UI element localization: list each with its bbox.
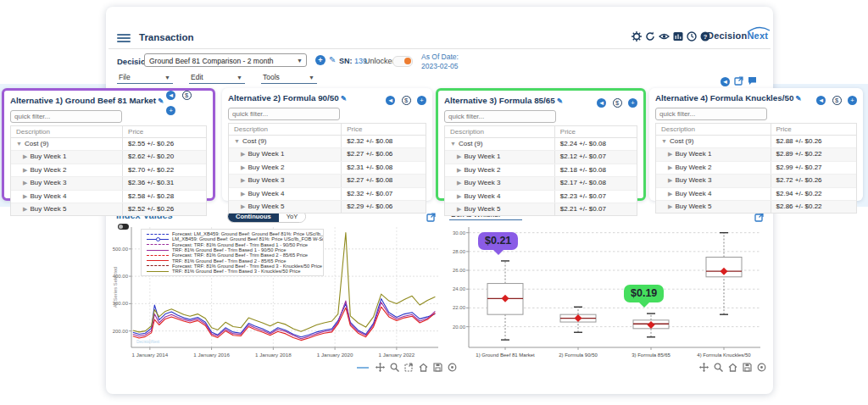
- dollar-icon[interactable]: $: [832, 96, 842, 105]
- chevron-collapsed-icon[interactable]: ▶: [668, 188, 672, 200]
- table-row[interactable]: ▶Buy Week 3$2.36 +/- $0.31: [11, 177, 206, 190]
- edit-icon[interactable]: ✎: [158, 97, 164, 105]
- report-icon[interactable]: [673, 31, 683, 42]
- chevron-collapsed-icon[interactable]: ▶: [23, 191, 27, 202]
- chevron-collapsed-icon[interactable]: ▶: [668, 148, 672, 160]
- chevron-expanded-icon[interactable]: ▼: [16, 138, 22, 150]
- chevron-collapsed-icon[interactable]: ▶: [241, 201, 245, 213]
- decision-select[interactable]: Ground Beef 81 Comparison - 2 month▼: [144, 53, 307, 67]
- table-row[interactable]: ▼Cost (9)$2.88 +/- $0.26: [656, 136, 856, 148]
- save-icon[interactable]: [743, 363, 752, 372]
- zoom-icon[interactable]: [714, 363, 723, 372]
- dollar-icon[interactable]: $: [402, 96, 411, 105]
- zoom-icon[interactable]: [390, 363, 399, 372]
- quick-filter-input[interactable]: [655, 108, 767, 120]
- chevron-expanded-icon[interactable]: ▼: [661, 136, 667, 147]
- chevron-collapsed-icon[interactable]: ▶: [23, 164, 27, 176]
- quick-filter-input[interactable]: [228, 108, 340, 120]
- table-row[interactable]: ▶Buy Week 2$2.99 +/- $0.27: [656, 162, 856, 175]
- table-row[interactable]: ▶Buy Week 1$2.62 +/- $0.20: [11, 151, 206, 164]
- clock-icon[interactable]: [687, 31, 697, 42]
- expand-icon[interactable]: [734, 74, 743, 89]
- table-row[interactable]: ▶Buy Week 5$2.52 +/- $0.26: [11, 203, 206, 215]
- navigate-back-icon[interactable]: ◄: [721, 77, 730, 86]
- edit-decision-icon[interactable]: ✎: [329, 55, 336, 64]
- pan-icon[interactable]: [376, 363, 385, 372]
- chevron-collapsed-icon[interactable]: ▶: [457, 151, 461, 163]
- chevron-collapsed-icon[interactable]: ▶: [668, 162, 672, 174]
- chevron-expanded-icon[interactable]: ▼: [234, 136, 240, 147]
- save-icon[interactable]: [433, 363, 442, 372]
- chevron-down-icon: ▼: [297, 54, 303, 67]
- table-row[interactable]: ▶Buy Week 5$2.29 +/- $0.06: [229, 201, 426, 213]
- add-icon[interactable]: +: [417, 96, 426, 105]
- chevron-collapsed-icon[interactable]: ▶: [457, 177, 461, 189]
- table-row[interactable]: ▶Buy Week 2$2.18 +/- $0.08: [445, 164, 637, 177]
- edit-icon[interactable]: ✎: [795, 94, 801, 103]
- table-row[interactable]: ▼Cost (9)$2.32 +/- $0.08: [229, 136, 426, 148]
- table-row[interactable]: ▼Cost (9)$2.55 +/- $0.26: [11, 138, 206, 151]
- home-icon[interactable]: [419, 363, 428, 372]
- table-row[interactable]: ▶Buy Week 1$2.12 +/- $0.07: [445, 151, 637, 164]
- chevron-collapsed-icon[interactable]: ▶: [241, 162, 245, 174]
- chevron-collapsed-icon[interactable]: ▶: [23, 177, 27, 189]
- table-row[interactable]: ▶Buy Week 3$2.17 +/- $0.08: [445, 177, 637, 190]
- settings-icon[interactable]: [448, 363, 457, 372]
- row-label: Buy Week 1: [248, 148, 284, 160]
- navigate-back-icon[interactable]: ◄: [816, 96, 826, 105]
- edit-icon[interactable]: ✎: [341, 94, 347, 103]
- table-row[interactable]: ▶Buy Week 4$2.94 +/- $0.22: [656, 188, 856, 201]
- table-row[interactable]: ▶Buy Week 2$2.31 +/- $0.08: [229, 162, 426, 175]
- table-row[interactable]: ▶Buy Week 4$2.23 +/- $0.07: [445, 191, 637, 203]
- table-row[interactable]: ▶Buy Week 5$2.21 +/- $0.07: [445, 203, 637, 215]
- download-icon[interactable]: [404, 363, 414, 372]
- add-icon[interactable]: +: [628, 98, 637, 108]
- table-row[interactable]: ▶Buy Week 3$2.72 +/- $0.26: [656, 175, 856, 187]
- gear-icon[interactable]: [632, 31, 642, 42]
- add-icon[interactable]: +: [848, 96, 857, 105]
- chevron-collapsed-icon[interactable]: ▶: [23, 203, 27, 215]
- menu-tools[interactable]: Tools▼: [261, 71, 317, 84]
- edit-icon[interactable]: ✎: [557, 97, 563, 105]
- eye-icon[interactable]: [659, 31, 670, 42]
- quick-filter-input[interactable]: [444, 110, 556, 123]
- hamburger-menu-icon[interactable]: [117, 32, 131, 42]
- menu-edit[interactable]: Edit▼: [189, 71, 245, 84]
- navigate-back-icon[interactable]: ◄: [597, 98, 606, 108]
- box-whisker-chart[interactable]: 20.0022.0024.0026.0028.0030.001) Ground …: [443, 219, 772, 373]
- legend-entry[interactable]: TRF: 81% Ground Beef - Trim Based 3 - Kn…: [142, 269, 323, 274]
- lock-toggle[interactable]: [392, 56, 413, 67]
- table-row[interactable]: ▶Buy Week 4$2.58 +/- $0.28: [11, 191, 206, 203]
- home-icon[interactable]: [728, 363, 737, 372]
- chevron-collapsed-icon[interactable]: ▶: [668, 175, 672, 186]
- table-row[interactable]: ▶Buy Week 1$2.89 +/- $0.22: [656, 148, 856, 161]
- menu-file[interactable]: File▼: [117, 71, 173, 84]
- sync-icon[interactable]: [645, 31, 655, 42]
- chart-legend[interactable]: Forecast: LM_XB459: Ground Beef: Ground …: [141, 229, 324, 276]
- table-row[interactable]: ▶Buy Week 5$2.86 +/- $0.22: [656, 201, 856, 213]
- table-row[interactable]: ▶Buy Week 1$2.27 +/- $0.06: [229, 148, 426, 161]
- chevron-collapsed-icon[interactable]: ▶: [668, 201, 672, 213]
- table-row[interactable]: ▶Buy Week 3$2.27 +/- $0.08: [229, 175, 426, 187]
- chevron-expanded-icon[interactable]: ▼: [450, 138, 456, 150]
- chevron-collapsed-icon[interactable]: ▶: [241, 148, 245, 160]
- chevron-collapsed-icon[interactable]: ▶: [23, 151, 27, 163]
- chevron-collapsed-icon[interactable]: ▶: [241, 188, 245, 200]
- dollar-icon[interactable]: $: [182, 91, 192, 100]
- quick-filter-input[interactable]: [10, 110, 122, 123]
- chevron-collapsed-icon[interactable]: ▶: [241, 175, 245, 186]
- table-row[interactable]: ▼Cost (9)$2.24 +/- $0.08: [445, 138, 637, 151]
- comment-icon[interactable]: [748, 74, 757, 89]
- pan-icon[interactable]: [699, 363, 709, 372]
- dollar-icon[interactable]: $: [613, 98, 622, 108]
- settings-icon[interactable]: [757, 363, 766, 372]
- chevron-collapsed-icon[interactable]: ▶: [457, 164, 461, 176]
- navigate-back-icon[interactable]: ◄: [166, 91, 175, 100]
- chevron-collapsed-icon[interactable]: ▶: [457, 191, 461, 202]
- add-icon[interactable]: +: [166, 106, 175, 115]
- navigate-back-icon[interactable]: ◄: [386, 96, 395, 105]
- table-row[interactable]: ▶Buy Week 2$2.70 +/- $0.22: [11, 164, 206, 177]
- chevron-collapsed-icon[interactable]: ▶: [457, 203, 461, 215]
- table-row[interactable]: ▶Buy Week 4$2.32 +/- $0.07: [229, 188, 426, 201]
- add-decision-button[interactable]: +: [315, 55, 326, 65]
